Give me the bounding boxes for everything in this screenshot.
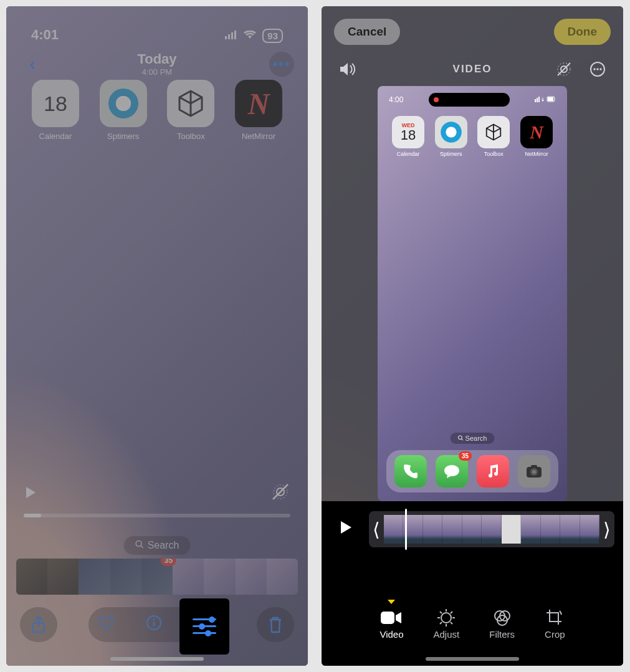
search-pill[interactable]: Search bbox=[124, 536, 191, 555]
thumbnail[interactable] bbox=[79, 559, 110, 595]
thumbnail[interactable] bbox=[267, 559, 298, 595]
edit-button[interactable] bbox=[193, 613, 217, 636]
dock-music-icon bbox=[477, 455, 509, 487]
header-subtitle: 4:00 PM bbox=[6, 67, 308, 77]
search-label: Search bbox=[465, 434, 487, 442]
app-label: Toolbox bbox=[163, 132, 219, 141]
editor-header: Cancel Done bbox=[322, 6, 623, 50]
svg-rect-2 bbox=[231, 32, 233, 39]
thumbnail[interactable] bbox=[236, 559, 267, 595]
app-label: NetMirror bbox=[517, 151, 556, 157]
share-button[interactable] bbox=[20, 607, 57, 642]
live-photo-mute-icon[interactable] bbox=[270, 482, 290, 506]
netmirror-icon: N bbox=[520, 116, 553, 148]
video-playback-controls bbox=[24, 482, 290, 506]
preview-indicators bbox=[535, 95, 556, 104]
svg-line-39 bbox=[451, 612, 452, 613]
mode-crop[interactable]: Crop bbox=[545, 600, 565, 640]
svg-line-8 bbox=[141, 546, 143, 549]
header-title: Today bbox=[6, 51, 308, 67]
adjust-mode-icon bbox=[434, 607, 460, 629]
sptimers-icon bbox=[100, 80, 147, 127]
photo-header: ‹ Today 4:00 PM ••• bbox=[6, 47, 308, 81]
done-button[interactable]: Done bbox=[554, 19, 611, 45]
svg-rect-31 bbox=[381, 612, 394, 624]
dock-messages-icon: 35 bbox=[436, 455, 468, 487]
timeline-strip[interactable]: ⟨ ⟩ bbox=[369, 511, 614, 547]
search-label: Search bbox=[148, 540, 179, 551]
mode-label: Video bbox=[379, 629, 403, 640]
app-label: Calendar bbox=[389, 151, 427, 157]
dynamic-island-recording bbox=[429, 93, 510, 107]
favorite-button[interactable] bbox=[97, 615, 115, 635]
status-bar: 4:01 93 bbox=[6, 6, 308, 47]
trim-handle-right[interactable]: ⟩ bbox=[603, 519, 611, 540]
cellular-signal-icon bbox=[225, 30, 237, 42]
timeline-frames[interactable] bbox=[384, 515, 599, 544]
svg-rect-3 bbox=[234, 31, 236, 39]
mode-label: Crop bbox=[545, 629, 565, 640]
live-photo-toggle-icon[interactable] bbox=[556, 61, 572, 77]
thumbnail[interactable] bbox=[47, 559, 79, 595]
video-scrubber[interactable] bbox=[24, 514, 290, 517]
center-actions-pill bbox=[88, 607, 226, 642]
svg-line-38 bbox=[451, 622, 452, 624]
preview-app-calendar: WED 18 Calendar bbox=[389, 116, 427, 157]
dock-phone-icon bbox=[394, 455, 427, 487]
thumbnail[interactable] bbox=[173, 559, 204, 595]
thumbnail[interactable] bbox=[141, 559, 173, 595]
home-indicator[interactable] bbox=[110, 657, 204, 661]
edit-mode-tabs: Video Adjust Filters bbox=[322, 600, 623, 640]
svg-rect-24 bbox=[548, 97, 553, 101]
app-sptimers[interactable]: Sptimers bbox=[95, 80, 151, 141]
app-toolbox[interactable]: Toolbox bbox=[163, 80, 219, 141]
cancel-button[interactable]: Cancel bbox=[334, 19, 400, 45]
svg-line-15 bbox=[558, 63, 570, 75]
back-button[interactable]: ‹ bbox=[20, 52, 45, 77]
delete-button[interactable] bbox=[257, 607, 294, 642]
photo-thumbnail-strip[interactable] bbox=[16, 559, 298, 595]
svg-line-40 bbox=[440, 622, 442, 624]
svg-line-37 bbox=[440, 612, 442, 613]
more-actions-button[interactable]: ••• bbox=[269, 52, 294, 77]
thumbnail[interactable] bbox=[204, 559, 235, 595]
search-icon bbox=[135, 540, 144, 551]
svg-rect-30 bbox=[531, 465, 537, 468]
info-button[interactable] bbox=[146, 615, 162, 635]
home-apps-row: 18 Calendar Sptimers Toolbox N NetMirror bbox=[27, 80, 287, 141]
thumbnail[interactable] bbox=[110, 559, 141, 595]
svg-point-18 bbox=[596, 68, 598, 70]
app-netmirror[interactable]: N NetMirror bbox=[231, 80, 287, 141]
app-calendar[interactable]: 18 Calendar bbox=[27, 80, 84, 141]
screenshot-video-editor: Cancel Done VIDEO 4:00 WED bbox=[322, 6, 623, 666]
mode-adjust[interactable]: Adjust bbox=[434, 600, 460, 640]
crop-mode-icon bbox=[545, 607, 565, 629]
app-label: NetMirror bbox=[231, 132, 287, 141]
messages-badge: 35 bbox=[459, 451, 472, 461]
status-right-cluster: 93 bbox=[225, 29, 283, 43]
timeline-row: ⟨ ⟩ bbox=[330, 507, 614, 551]
timeline-play-button[interactable] bbox=[330, 520, 361, 539]
app-label: Sptimers bbox=[95, 132, 151, 141]
preview-app-sptimers: Sptimers bbox=[432, 116, 470, 157]
active-indicator-icon bbox=[388, 600, 395, 604]
calendar-icon: WED 18 bbox=[392, 116, 424, 148]
record-dot-icon bbox=[434, 97, 439, 102]
preview-search-pill: Search bbox=[451, 433, 495, 444]
preview-status-bar: 4:00 bbox=[378, 92, 567, 107]
play-button[interactable] bbox=[24, 486, 37, 503]
more-options-button[interactable] bbox=[589, 61, 606, 77]
filters-mode-icon bbox=[489, 607, 515, 629]
mode-filters[interactable]: Filters bbox=[489, 600, 515, 640]
home-indicator[interactable] bbox=[426, 657, 519, 661]
calendar-icon: 18 bbox=[32, 80, 79, 127]
app-label: Sptimers bbox=[432, 151, 470, 157]
thumbnail[interactable] bbox=[16, 559, 47, 595]
trim-handle-left[interactable]: ⟨ bbox=[373, 519, 380, 540]
app-label: Toolbox bbox=[474, 151, 513, 157]
mode-video[interactable]: Video bbox=[379, 600, 403, 640]
video-preview[interactable]: 4:00 WED 18 Calendar Sptimers bbox=[378, 86, 567, 501]
sptimers-icon bbox=[435, 116, 467, 148]
playhead[interactable] bbox=[405, 509, 407, 550]
status-time: 4:01 bbox=[31, 27, 59, 43]
